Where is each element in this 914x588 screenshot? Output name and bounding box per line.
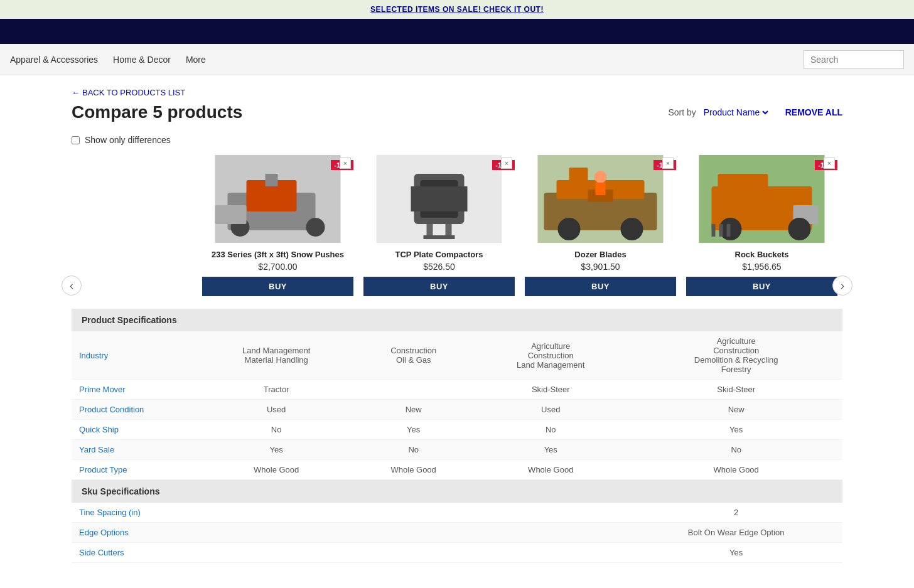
buy-button-2[interactable]: BUY [363, 277, 515, 296]
spec-section-header: Sku Specifications [72, 480, 842, 503]
spec-cell: Yes [471, 440, 630, 460]
spec-cell: Used [471, 400, 630, 420]
nav-more[interactable]: More [186, 55, 206, 65]
spec-row-label: Product Type [72, 460, 197, 480]
spec-row-label: Product Condition [72, 400, 197, 420]
close-product-1-button[interactable]: × [340, 158, 351, 169]
svg-rect-32 [727, 224, 731, 237]
spec-cell: Skid-Steer [471, 380, 630, 400]
svg-rect-6 [266, 174, 278, 186]
spec-cell: No [471, 420, 630, 440]
spec-cell: No [197, 420, 355, 440]
label-spacer [72, 150, 197, 301]
spec-cell [355, 523, 471, 543]
spec-cell: Yes [630, 543, 842, 563]
product-name-2: TCP Plate Compactors [363, 250, 515, 259]
spec-cell [197, 523, 355, 543]
svg-point-22 [594, 171, 607, 183]
spec-row: Side CuttersYes [72, 543, 842, 563]
spec-cell: Yes [630, 420, 842, 440]
spec-row-label: Quick Ship [72, 420, 197, 440]
back-link[interactable]: ← BACK TO PRODUCTS LIST [72, 88, 842, 97]
svg-rect-31 [719, 224, 723, 237]
close-product-3-button[interactable]: × [662, 158, 674, 169]
search-input[interactable] [804, 50, 904, 69]
page-content: ← BACK TO PRODUCTS LIST Compare 5 produc… [62, 75, 852, 575]
banner-link[interactable]: SELECTED ITEMS ON SALE! CHECK IT OUT! [370, 5, 544, 14]
spec-cell: 2 [630, 503, 842, 523]
spec-row-label: Prime Mover [72, 380, 197, 400]
product-col-2: × -10% TCP Plate Compactors $526.50 BUY [358, 150, 520, 301]
product-image-wrap-3: × -10% [525, 155, 676, 243]
product-image-wrap-1: × -10% [202, 155, 353, 243]
spec-row: IndustryLand ManagementMaterial Handling… [72, 331, 842, 380]
product-name-4: Rock Buckets [686, 250, 837, 259]
spec-section-header: Product Specifications [72, 309, 842, 331]
page-header: Compare 5 products Sort by Product Name … [72, 102, 842, 122]
svg-rect-13 [446, 224, 452, 237]
spec-row: Quick ShipNoYesNoYes [72, 420, 842, 440]
main-nav: Apparel & Accessories Home & Decor More [0, 44, 914, 75]
svg-point-19 [558, 218, 581, 240]
next-arrow-button[interactable]: › [832, 275, 852, 296]
spec-row: Prime MoverTractorSkid-SteerSkid-Steer [72, 380, 842, 400]
spec-cell: Whole Good [197, 460, 355, 480]
nav-home-decor[interactable]: Home & Decor [113, 55, 171, 65]
product-image-wrap-4: × -10% [686, 155, 837, 243]
spec-cell: No [355, 440, 471, 460]
spec-cell [471, 543, 630, 563]
spec-row-label: Side Cutters [72, 543, 197, 563]
spec-cell [471, 523, 630, 543]
products-grid: × -10% 233 Series (3ft x 3ft) Snow P [72, 150, 842, 301]
buy-button-4[interactable]: BUY [686, 277, 837, 296]
spec-row-label: Yard Sale [72, 440, 197, 460]
spec-cell [355, 543, 471, 563]
prev-arrow-button[interactable]: ‹ [62, 275, 82, 296]
spec-cell [355, 380, 471, 400]
spec-row-label: Tine Spacing (in) [72, 503, 197, 523]
product-col-3: × -10% Dozer Blades [520, 150, 681, 301]
product-price-4: $1,956.65 [686, 262, 837, 272]
spec-cell: No [630, 440, 842, 460]
spec-cell [197, 543, 355, 563]
spec-cell: New [630, 400, 842, 420]
spec-cell: Yes [355, 420, 471, 440]
spec-cell: Yes [197, 440, 355, 460]
buy-button-1[interactable]: BUY [202, 277, 353, 296]
spec-row-label: Industry [72, 331, 197, 380]
nav-apparel[interactable]: Apparel & Accessories [10, 55, 98, 65]
spec-cell: Whole Good [630, 460, 842, 480]
nav-links: Apparel & Accessories Home & Decor More [10, 55, 804, 65]
differences-row: Show only differences [72, 135, 842, 145]
svg-point-20 [621, 218, 643, 240]
close-product-2-button[interactable]: × [501, 158, 512, 169]
spec-row: Edge OptionsBolt On Wear Edge Option [72, 523, 842, 543]
product-price-1: $2,700.00 [202, 262, 353, 272]
show-differences-checkbox[interactable] [72, 136, 80, 144]
product-price-2: $526.50 [363, 262, 515, 272]
spec-cell: AgricultureConstructionLand Management [471, 331, 630, 380]
spec-cell: AgricultureConstructionDemolition & Recy… [630, 331, 842, 380]
spec-cell [197, 503, 355, 523]
spec-cell: New [355, 400, 471, 420]
compare-container: ‹ › × [72, 150, 842, 563]
spec-cell [355, 503, 471, 523]
spec-cell: Land ManagementMaterial Handling [197, 331, 355, 380]
show-differences-label[interactable]: Show only differences [85, 135, 171, 145]
sort-select[interactable]: Product Name Price [701, 107, 770, 118]
remove-all-button[interactable]: REMOVE ALL [785, 107, 842, 117]
buy-button-3[interactable]: BUY [525, 277, 676, 296]
spec-cell: Whole Good [355, 460, 471, 480]
spec-row: Tine Spacing (in)2 [72, 503, 842, 523]
svg-point-29 [788, 218, 811, 240]
svg-rect-18 [569, 168, 588, 183]
spec-row: Product TypeWhole GoodWhole GoodWhole Go… [72, 460, 842, 480]
svg-rect-26 [718, 174, 768, 193]
close-product-4-button[interactable]: × [824, 158, 835, 169]
product-name-3: Dozer Blades [525, 250, 676, 259]
spec-cell: Skid-Steer [630, 380, 842, 400]
product-price-3: $3,901.50 [525, 262, 676, 272]
back-arrow-icon: ← [72, 88, 80, 97]
page-title: Compare 5 products [72, 102, 242, 122]
sort-area: Sort by Product Name Price REMOVE ALL [668, 107, 842, 118]
